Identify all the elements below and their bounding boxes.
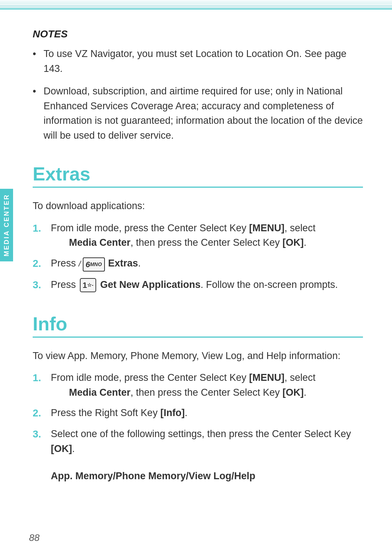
- info-step-2-number: 2.: [33, 406, 51, 421]
- extras-section: Extras To download applications: 1. From…: [33, 163, 363, 293]
- key-1-icon: 1☆-: [80, 278, 97, 292]
- top-line-2: [0, 3, 392, 4]
- top-line-4: [0, 7, 392, 8]
- extras-heading-wrapper: Extras: [33, 163, 363, 188]
- sidebar-label-text: Media Center: [3, 194, 11, 256]
- info-step-3-number: 3.: [33, 427, 51, 442]
- extras-steps-list: 1. From idle mode, press the Center Sele…: [33, 221, 363, 293]
- note-item-2: Download, subscription, and airtime requ…: [33, 84, 363, 143]
- key-6-icon: /6MNO: [79, 259, 108, 268]
- key-6-box: 6MNO: [83, 257, 105, 272]
- info-ok-key: [OK]: [282, 387, 303, 398]
- main-content: NOTES To use VZ Navigator, you must set …: [0, 10, 392, 518]
- info-heading-wrapper: Info: [33, 313, 363, 338]
- info-step-1-indent: Media Center, then press the Center Sele…: [51, 385, 363, 400]
- get-new-apps-label: Get New Applications: [100, 279, 201, 290]
- ok-key-label: [OK]: [282, 237, 303, 248]
- info-step-3: 3. Select one of the following settings,…: [33, 427, 363, 456]
- info-step-1-number: 1.: [33, 370, 51, 386]
- extras-step-2-content: Press /6MNO Extras.: [51, 256, 363, 272]
- app-memory-subheading: App. Memory/Phone Memory/View Log/Help: [33, 471, 363, 482]
- info-ok-key-2: [OK]: [51, 443, 72, 454]
- sidebar-media-center: Media Center: [0, 189, 13, 261]
- page-number: 88: [29, 532, 40, 543]
- info-key-label: [Info]: [160, 407, 185, 418]
- note-item-1: To use VZ Navigator, you must set Locati…: [33, 46, 363, 76]
- extras-intro: To download applications:: [33, 199, 363, 213]
- extras-heading: Extras: [33, 163, 363, 185]
- info-intro: To view App. Memory, Phone Memory, View …: [33, 349, 363, 363]
- note-item-2-text: Download, subscription, and airtime requ…: [44, 86, 363, 141]
- info-step-1: 1. From idle mode, press the Center Sele…: [33, 370, 363, 400]
- top-decorative-lines: [0, 0, 392, 10]
- extras-step-2: 2. Press /6MNO Extras.: [33, 256, 363, 272]
- media-center-label: Media Center: [69, 237, 131, 248]
- extras-step-3: 3. Press 1☆- Get New Applications. Follo…: [33, 277, 363, 293]
- info-steps-list: 1. From idle mode, press the Center Sele…: [33, 370, 363, 456]
- menu-key-label: [MENU]: [249, 223, 284, 233]
- info-section: Info To view App. Memory, Phone Memory, …: [33, 313, 363, 482]
- note-item-1-text: To use VZ Navigator, you must set Locati…: [44, 48, 347, 74]
- info-heading: Info: [33, 313, 363, 335]
- top-line-3: [0, 5, 392, 6]
- extras-step-1-indent: Media Center, then press the Center Sele…: [51, 235, 363, 250]
- info-step-2-content: Press the Right Soft Key [Info].: [51, 406, 363, 420]
- info-menu-key: [MENU]: [249, 372, 284, 383]
- info-step-1-content: From idle mode, press the Center Select …: [51, 370, 363, 400]
- extras-step-1-number: 1.: [33, 221, 51, 236]
- page-container: Media Center NOTES To use VZ Navigator, …: [0, 0, 392, 558]
- extras-step-1: 1. From idle mode, press the Center Sele…: [33, 221, 363, 250]
- top-line-1: [0, 1, 392, 2]
- extras-step-1-content: From idle mode, press the Center Select …: [51, 221, 363, 250]
- top-line-5: [0, 8, 392, 9]
- extras-step-3-number: 3.: [33, 277, 51, 293]
- extras-step-3-content: Press 1☆- Get New Applications. Follow t…: [51, 277, 363, 292]
- notes-list: To use VZ Navigator, you must set Locati…: [33, 46, 363, 143]
- notes-section: NOTES To use VZ Navigator, you must set …: [33, 21, 363, 143]
- notes-title: NOTES: [33, 28, 363, 40]
- info-step-3-content: Select one of the following settings, th…: [51, 427, 363, 456]
- info-media-center-label: Media Center: [69, 387, 131, 398]
- extras-label: Extras: [108, 258, 138, 269]
- extras-step-2-number: 2.: [33, 256, 51, 271]
- info-step-2: 2. Press the Right Soft Key [Info].: [33, 406, 363, 421]
